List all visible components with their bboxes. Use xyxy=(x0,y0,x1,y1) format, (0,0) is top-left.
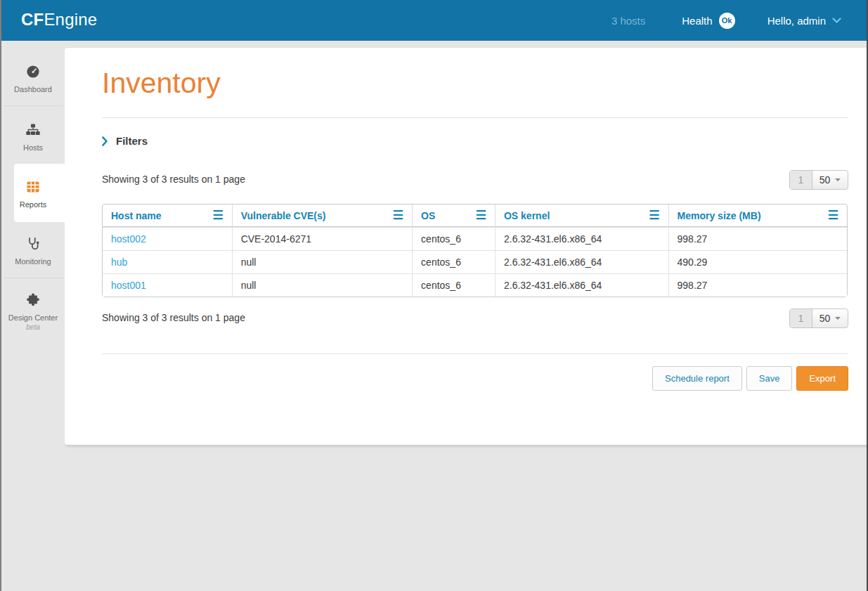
table-row: hub null centos_6 2.6.32-431.el6.x86_64 … xyxy=(103,250,847,273)
cell-memory-size: 998.27 xyxy=(669,227,847,250)
column-menu-icon[interactable]: ☰ xyxy=(649,209,659,221)
page-size-value: 50 xyxy=(820,313,831,324)
cell-os-kernel: 2.6.32-431.el6.x86_64 xyxy=(495,227,669,250)
column-menu-icon[interactable]: ☰ xyxy=(476,209,486,221)
column-header-os-kernel[interactable]: OS kernel☰ xyxy=(495,204,669,227)
column-header-host-name[interactable]: Host name☰ xyxy=(103,204,233,227)
sidebar-nav: Dashboard Hosts Reports Monitoring xyxy=(1,41,65,591)
results-summary-bottom: Showing 3 of 3 results on 1 page xyxy=(102,312,245,323)
column-menu-icon[interactable]: ☰ xyxy=(828,209,838,221)
topbar-right-cluster: 3 hosts Health Ok Hello, admin xyxy=(611,0,841,41)
column-label: Vulnerable CVE(s) xyxy=(241,210,326,221)
sidebar-item-design-center[interactable]: Design Center beta xyxy=(1,292,65,331)
filters-label: Filters xyxy=(116,135,148,147)
table-row: host001 null centos_6 2.6.32-431.el6.x86… xyxy=(103,273,847,297)
page-size-value: 50 xyxy=(820,174,831,186)
host-link[interactable]: hub xyxy=(111,256,127,268)
sidebar-divider xyxy=(4,105,63,106)
logo-light-part: Engine xyxy=(44,10,97,29)
filters-toggle[interactable]: Filters xyxy=(102,135,148,147)
sidebar-item-label: Design Center xyxy=(8,313,58,322)
column-header-vulnerable-cves[interactable]: Vulnerable CVE(s)☰ xyxy=(233,204,413,227)
cfengine-logo[interactable]: CFEngine xyxy=(21,10,97,30)
table-row: host002 CVE-2014-6271 centos_6 2.6.32-43… xyxy=(103,227,847,250)
title-divider xyxy=(102,117,848,118)
logo-bold-part: CF xyxy=(21,10,44,29)
cell-memory-size: 998.27 xyxy=(669,273,847,297)
host-link[interactable]: host001 xyxy=(111,280,146,291)
sidebar-item-label: Reports xyxy=(20,200,47,209)
pagination-bottom: 1 50 xyxy=(789,309,848,328)
chevron-right-icon xyxy=(102,136,108,146)
column-label: Host name xyxy=(111,210,162,221)
cell-os-kernel: 2.6.32-431.el6.x86_64 xyxy=(495,273,669,297)
sidebar-item-dashboard[interactable]: Dashboard xyxy=(1,64,65,93)
sidebar-item-monitoring[interactable]: Monitoring xyxy=(1,236,65,266)
cell-os: centos_6 xyxy=(413,273,495,297)
beta-tag: beta xyxy=(1,323,65,331)
column-header-os[interactable]: OS☰ xyxy=(413,204,495,227)
column-header-memory-size[interactable]: Memory size (MB)☰ xyxy=(669,204,847,227)
design-center-puzzle-icon xyxy=(1,292,65,309)
user-greeting: Hello, admin xyxy=(767,15,826,27)
page-number-button[interactable]: 1 xyxy=(790,171,812,189)
cell-vulnerable-cves: CVE-2014-6271 xyxy=(233,227,413,250)
cell-vulnerable-cves: null xyxy=(233,273,413,297)
sidebar-item-label: Dashboard xyxy=(14,85,52,93)
hosts-sitemap-icon xyxy=(1,122,65,139)
health-status-badge: Ok xyxy=(719,13,735,29)
results-summary-top: Showing 3 of 3 results on 1 page xyxy=(102,174,245,185)
column-label: OS xyxy=(421,210,435,221)
cell-host-name: hub xyxy=(103,250,233,273)
health-menu[interactable]: Health Ok xyxy=(682,13,734,29)
page-title: Inventory xyxy=(102,67,221,100)
page-size-dropdown[interactable]: 50 xyxy=(812,171,848,189)
export-button[interactable]: Export xyxy=(796,366,848,391)
report-actions: Schedule report Save Export xyxy=(652,366,848,391)
hosts-count-link[interactable]: 3 hosts xyxy=(611,15,645,27)
monitoring-stethoscope-icon xyxy=(1,236,65,253)
cell-os-kernel: 2.6.32-431.el6.x86_64 xyxy=(495,250,669,273)
sidebar-item-label: Monitoring xyxy=(15,257,51,266)
column-label: Memory size (MB) xyxy=(678,210,761,221)
cell-vulnerable-cves: null xyxy=(233,250,413,273)
top-navbar: CFEngine 3 hosts Health Ok Hello, admin xyxy=(0,0,868,41)
cell-memory-size: 490.29 xyxy=(669,250,847,273)
user-menu[interactable]: Hello, admin xyxy=(767,15,841,27)
column-menu-icon[interactable]: ☰ xyxy=(212,209,223,221)
sidebar-item-hosts[interactable]: Hosts xyxy=(1,122,65,152)
pagination-top: 1 50 xyxy=(789,170,848,190)
caret-down-icon xyxy=(835,317,841,320)
window-left-edge xyxy=(0,0,1,591)
schedule-report-button[interactable]: Schedule report xyxy=(652,366,742,391)
page-number-button[interactable]: 1 xyxy=(790,309,812,327)
column-label: OS kernel xyxy=(504,210,550,221)
sidebar-divider xyxy=(4,278,63,278)
sidebar-item-reports[interactable]: Reports xyxy=(1,179,65,209)
cell-host-name: host002 xyxy=(103,227,233,250)
chevron-down-icon xyxy=(832,18,841,24)
cell-os: centos_6 xyxy=(413,227,495,250)
host-link[interactable]: host002 xyxy=(111,233,146,245)
app-window: CFEngine 3 hosts Health Ok Hello, admin … xyxy=(0,0,868,591)
health-label: Health xyxy=(682,15,712,27)
reports-table-icon xyxy=(1,179,65,196)
cell-os: centos_6 xyxy=(413,250,495,273)
column-menu-icon[interactable]: ☰ xyxy=(393,209,403,221)
table-header-row: Host name☰ Vulnerable CVE(s)☰ OS☰ OS ker… xyxy=(103,204,847,227)
save-button[interactable]: Save xyxy=(746,366,793,391)
inventory-table: Host name☰ Vulnerable CVE(s)☰ OS☰ OS ker… xyxy=(102,204,848,297)
main-content-panel: Inventory Filters Showing 3 of 3 results… xyxy=(65,48,868,445)
caret-down-icon xyxy=(835,178,841,181)
page-size-dropdown[interactable]: 50 xyxy=(812,309,848,327)
cell-host-name: host001 xyxy=(103,273,233,297)
actions-divider xyxy=(102,353,848,354)
dashboard-gauge-icon xyxy=(1,64,65,81)
sidebar-item-label: Hosts xyxy=(23,143,43,152)
